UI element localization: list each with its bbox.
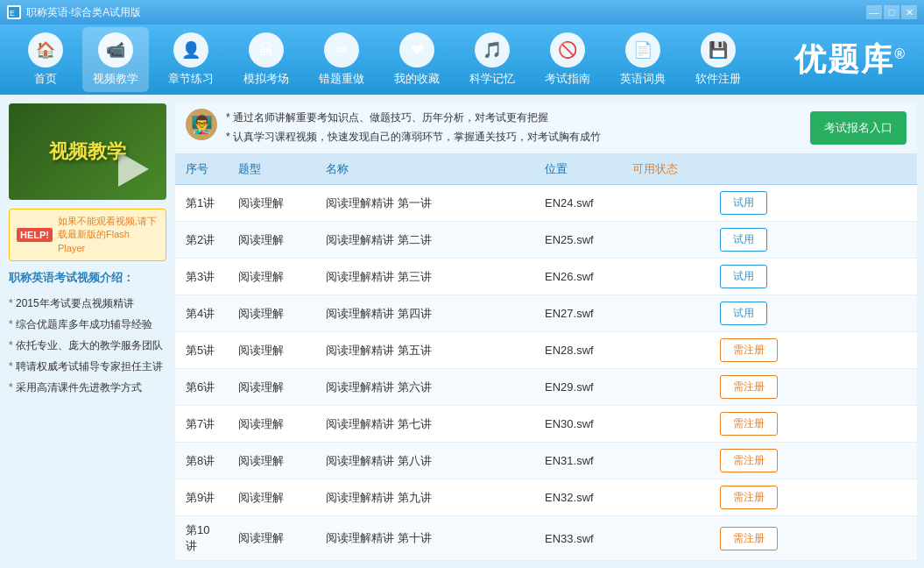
table-row: 第9讲阅读理解阅读理解精讲 第九讲EN32.swf需注册 [175, 479, 917, 516]
close-button[interactable]: ✕ [901, 5, 917, 19]
register-icon: 💾 [701, 32, 736, 67]
table-row: 第10讲阅读理解阅读理解精讲 第十讲EN33.swf需注册 [175, 516, 917, 561]
nav-item-chapter[interactable]: 👤 章节练习 [158, 27, 224, 92]
logo-reg: ® [894, 46, 906, 61]
video-icon: 📹 [98, 32, 133, 67]
maximize-button[interactable]: □ [884, 5, 899, 19]
table-row: 第7讲阅读理解阅读理解精讲 第七讲EN30.swf需注册 [175, 406, 917, 443]
th-status: 可用状态 [622, 154, 709, 185]
app-title: 职称英语·综合类A试用版 [26, 5, 866, 20]
exam-register-button[interactable]: 考试报名入口 [810, 111, 906, 145]
cell-type: 阅读理解 [228, 295, 315, 332]
cell-name: 阅读理解精讲 第三讲 [315, 259, 534, 295]
try-button[interactable]: 试用 [720, 191, 767, 215]
nav-bar: 🏠 首页 📹 视频教学 👤 章节练习 🏛 模拟考场 ✏ 错题重做 ❤ 我的收藏 … [0, 25, 924, 95]
cell-seq: 第3讲 [175, 259, 228, 295]
nav-item-video[interactable]: 📹 视频教学 [82, 27, 149, 92]
nav-item-home[interactable]: 🏠 首页 [18, 27, 74, 92]
table-row: 第4讲阅读理解阅读理解精讲 第四讲EN27.swf试用 [175, 295, 917, 332]
register-button[interactable]: 需注册 [720, 375, 778, 399]
mistake-icon: ✏ [324, 32, 359, 67]
cell-name: 阅读理解精讲 第四讲 [315, 295, 534, 332]
list-item: 采用高清课件先进教学方式 [9, 377, 166, 398]
cell-name: 阅读理解精讲 第二讲 [315, 222, 534, 259]
table-header-row: 序号 题型 名称 位置 可用状态 [175, 154, 917, 185]
th-name: 名称 [315, 154, 534, 185]
cell-name: 阅读理解精讲 第一讲 [315, 185, 534, 222]
logo-text: 优题库 [794, 41, 894, 77]
nav-item-mistake[interactable]: ✏ 错题重做 [308, 27, 375, 92]
table-container: 序号 题型 名称 位置 可用状态 第1讲阅读理解阅读理解精讲 第一讲EN24.s… [175, 154, 917, 561]
cell-status [622, 369, 709, 406]
logo: 优题库® [794, 39, 906, 82]
cell-name: 阅读理解精讲 第六讲 [315, 369, 534, 406]
cell-status [622, 406, 709, 443]
try-button[interactable]: 试用 [720, 265, 767, 288]
cell-status [622, 332, 709, 369]
nav-label-chapter: 章节练习 [168, 71, 214, 87]
nav-label-memory: 科学记忆 [469, 71, 515, 87]
th-type: 题型 [228, 154, 315, 185]
register-button[interactable]: 需注册 [720, 338, 778, 362]
cell-status [622, 295, 709, 332]
cell-action: 需注册 [709, 479, 917, 516]
cell-type: 阅读理解 [228, 222, 315, 259]
register-button[interactable]: 需注册 [720, 527, 778, 550]
title-bar: E 职称英语·综合类A试用版 — □ ✕ [0, 0, 924, 25]
table-row: 第3讲阅读理解阅读理解精讲 第三讲EN26.swf试用 [175, 259, 917, 295]
cell-action: 需注册 [709, 406, 917, 443]
help-text: 如果不能观看视频,请下载最新版的Flash Player [58, 215, 159, 255]
th-seq: 序号 [175, 154, 228, 185]
cell-status [622, 222, 709, 259]
memory-icon: 🎵 [475, 32, 510, 67]
cell-loc: EN24.swf [534, 185, 622, 222]
cell-name: 阅读理解精讲 第五讲 [315, 332, 534, 369]
nav-item-dict[interactable]: 📄 英语词典 [610, 27, 676, 92]
cell-seq: 第1讲 [175, 185, 228, 222]
cell-loc: EN25.swf [534, 222, 622, 259]
cell-action: 需注册 [709, 516, 917, 561]
cell-action: 试用 [709, 185, 917, 222]
minimize-button[interactable]: — [866, 5, 882, 19]
cell-type: 阅读理解 [228, 406, 315, 443]
cell-action: 试用 [709, 295, 917, 332]
nav-label-video: 视频教学 [93, 71, 138, 87]
mock-icon: 🏛 [249, 32, 284, 67]
register-button[interactable]: 需注册 [720, 449, 778, 472]
cell-action: 试用 [709, 259, 917, 295]
app-icon: E [7, 5, 21, 19]
cell-loc: EN27.swf [534, 295, 622, 332]
nav-label-mistake: 错题重做 [319, 71, 364, 87]
register-button[interactable]: 需注册 [720, 412, 778, 436]
nav-item-register[interactable]: 💾 软件注册 [685, 27, 751, 92]
cell-seq: 第4讲 [175, 295, 228, 332]
nav-item-memory[interactable]: 🎵 科学记忆 [459, 27, 525, 92]
table-row: 第5讲阅读理解阅读理解精讲 第五讲EN28.swf需注册 [175, 332, 917, 369]
video-table: 序号 题型 名称 位置 可用状态 第1讲阅读理解阅读理解精讲 第一讲EN24.s… [175, 154, 917, 561]
cell-loc: EN31.swf [534, 443, 622, 479]
table-row: 第8讲阅读理解阅读理解精讲 第八讲EN31.swf需注册 [175, 443, 917, 479]
cell-name: 阅读理解精讲 第九讲 [315, 479, 534, 516]
cell-name: 阅读理解精讲 第七讲 [315, 406, 534, 443]
try-button[interactable]: 试用 [720, 228, 767, 252]
table-row: 第1讲阅读理解阅读理解精讲 第一讲EN24.swf试用 [175, 185, 917, 222]
nav-label-register: 软件注册 [695, 71, 741, 87]
cell-status [622, 479, 709, 516]
try-button[interactable]: 试用 [720, 302, 767, 325]
cell-seq: 第7讲 [175, 406, 228, 443]
cell-loc: EN33.swf [534, 516, 622, 561]
cell-seq: 第6讲 [175, 369, 228, 406]
register-button[interactable]: 需注册 [720, 486, 778, 509]
cell-name: 阅读理解精讲 第八讲 [315, 443, 534, 479]
collect-icon: ❤ [399, 32, 434, 67]
cell-loc: EN28.swf [534, 332, 622, 369]
video-thumbnail[interactable]: 视频教学 [9, 103, 166, 200]
cell-status [622, 259, 709, 295]
nav-item-mock[interactable]: 🏛 模拟考场 [233, 27, 300, 92]
cell-type: 阅读理解 [228, 259, 315, 295]
cell-seq: 第9讲 [175, 479, 228, 516]
nav-item-collect[interactable]: ❤ 我的收藏 [384, 27, 450, 92]
cell-seq: 第10讲 [175, 516, 228, 561]
home-icon: 🏠 [28, 32, 63, 67]
nav-item-guide[interactable]: 🚫 考试指南 [534, 27, 601, 92]
